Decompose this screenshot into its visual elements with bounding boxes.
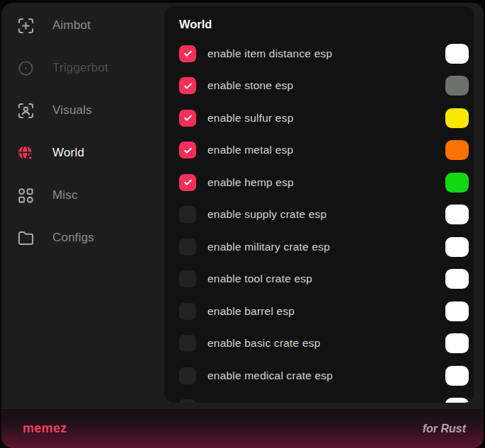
cheat-window: Aimbot Triggerbot Visuals World Misc Con…	[1, 3, 484, 448]
checkmark-icon	[183, 113, 193, 123]
setting-row: enable item distance esp	[164, 38, 474, 70]
checkbox[interactable]	[179, 399, 196, 403]
checkbox[interactable]	[179, 206, 196, 223]
color-swatch[interactable]	[445, 205, 469, 224]
setting-label: enable military crate esp	[207, 241, 445, 253]
brand-name: memez	[23, 421, 67, 436]
footer-bar: memez for Rust	[1, 409, 484, 448]
color-swatch[interactable]	[445, 76, 469, 96]
setting-label: enable metal esp	[207, 144, 445, 156]
setting-row: enable supply crate esp	[164, 199, 474, 231]
color-swatch[interactable]	[445, 269, 469, 289]
sidebar-item-misc[interactable]: Misc	[1, 174, 164, 217]
color-swatch[interactable]	[445, 44, 469, 64]
sidebar-item-label: Triggerbot	[52, 61, 108, 75]
setting-label: enable tool crate esp	[207, 272, 445, 285]
setting-row: enable sulfur esp	[164, 102, 474, 134]
sidebar-item-label: Misc	[52, 188, 78, 202]
color-swatch[interactable]	[445, 108, 469, 128]
checkbox[interactable]	[179, 270, 196, 287]
brand-tagline: for Rust	[423, 423, 466, 435]
triggerbot-icon	[16, 59, 35, 78]
color-swatch[interactable]	[445, 301, 469, 321]
sidebar-item-label: Visuals	[52, 103, 92, 117]
settings-panel: World enable item distance esp enable st…	[164, 6, 474, 403]
setting-row: enable metal esp	[164, 134, 474, 167]
setting-label: enable hemp esp	[207, 176, 445, 189]
setting-row: enable tool crate esp	[164, 263, 474, 296]
color-swatch[interactable]	[445, 173, 469, 193]
sidebar-item-configs[interactable]: Configs	[1, 217, 164, 259]
configs-icon	[16, 229, 35, 248]
aimbot-icon	[16, 16, 35, 35]
checkbox[interactable]	[179, 110, 196, 127]
checkbox[interactable]	[179, 335, 196, 352]
sidebar-item-triggerbot[interactable]: Triggerbot	[1, 47, 164, 89]
checkbox[interactable]	[179, 77, 196, 94]
checkbox[interactable]	[179, 239, 196, 255]
setting-row: enable military crate esp	[164, 231, 474, 263]
checkmark-icon	[183, 177, 193, 188]
setting-label: enable medical crate esp	[207, 369, 445, 382]
setting-row-partial	[164, 392, 474, 403]
setting-label: enable stone esp	[207, 79, 445, 92]
sidebar: Aimbot Triggerbot Visuals World Misc Con…	[1, 4, 164, 259]
checkmark-icon	[183, 48, 193, 59]
setting-label: enable barrel esp	[207, 305, 445, 318]
color-swatch[interactable]	[445, 140, 469, 160]
setting-label: enable item distance esp	[207, 47, 445, 60]
setting-label: enable supply crate esp	[207, 208, 445, 221]
color-swatch[interactable]	[445, 398, 469, 403]
world-icon	[16, 144, 35, 163]
color-swatch[interactable]	[445, 333, 469, 353]
setting-label: enable sulfur esp	[207, 112, 445, 125]
sidebar-item-visuals[interactable]: Visuals	[1, 89, 164, 132]
color-swatch[interactable]	[445, 237, 469, 257]
setting-row: enable basic crate esp	[164, 328, 474, 360]
setting-row: enable hemp esp	[164, 166, 474, 199]
checkmark-icon	[183, 145, 193, 156]
misc-icon	[16, 186, 35, 205]
sidebar-item-world[interactable]: World	[1, 132, 164, 174]
sidebar-item-label: Aimbot	[52, 18, 91, 33]
color-swatch[interactable]	[445, 366, 469, 386]
sidebar-item-label: World	[52, 146, 84, 160]
checkmark-icon	[183, 81, 193, 91]
sidebar-item-aimbot[interactable]: Aimbot	[1, 4, 164, 47]
setting-row: enable barrel esp	[164, 295, 474, 328]
setting-row: enable medical crate esp	[164, 360, 474, 392]
page-title: World	[179, 16, 474, 32]
checkbox[interactable]	[179, 142, 196, 159]
setting-label: enable basic crate esp	[207, 337, 445, 350]
checkbox[interactable]	[179, 303, 196, 320]
sidebar-item-label: Configs	[52, 231, 94, 245]
visuals-icon	[16, 101, 35, 120]
settings-list: enable item distance esp enable stone es…	[164, 38, 474, 403]
setting-row: enable stone esp	[164, 70, 474, 103]
checkbox[interactable]	[179, 45, 196, 62]
checkbox[interactable]	[179, 367, 196, 384]
checkbox[interactable]	[179, 174, 196, 191]
